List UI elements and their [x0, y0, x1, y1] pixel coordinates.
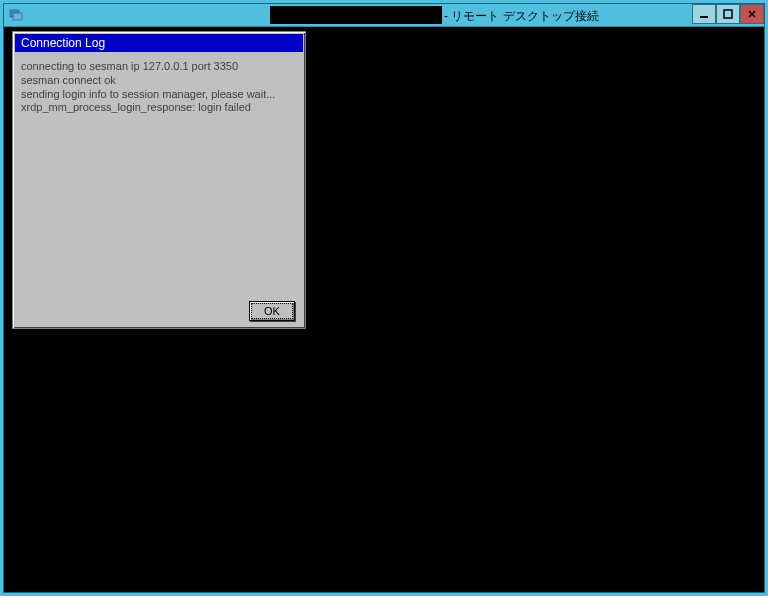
dialog-footer: OK — [13, 294, 305, 328]
titlebar[interactable]: - リモート デスクトップ接続 — [4, 4, 764, 26]
window-title-suffix: - リモート デスクトップ接続 — [444, 8, 599, 25]
title-redacted — [270, 6, 442, 24]
svg-line-5 — [749, 11, 755, 17]
maximize-button[interactable] — [716, 4, 740, 24]
svg-line-4 — [749, 11, 755, 17]
rdp-window: - リモート デスクトップ接続 Connection Log connectin… — [3, 3, 765, 593]
dialog-body: connecting to sesman ip 127.0.0.1 port 3… — [13, 54, 305, 294]
log-line: sending login info to session manager, p… — [21, 88, 297, 102]
ok-button[interactable]: OK — [249, 301, 295, 321]
close-button[interactable] — [740, 4, 764, 24]
window-controls — [692, 4, 764, 24]
log-line: connecting to sesman ip 127.0.0.1 port 3… — [21, 60, 297, 74]
dialog-title[interactable]: Connection Log — [15, 34, 303, 52]
minimize-button[interactable] — [692, 4, 716, 24]
rdp-icon — [8, 7, 24, 23]
remote-desktop-area[interactable]: Connection Log connecting to sesman ip 1… — [4, 26, 764, 592]
svg-rect-1 — [13, 13, 22, 20]
connection-log-dialog: Connection Log connecting to sesman ip 1… — [12, 31, 306, 329]
svg-rect-2 — [700, 16, 708, 18]
log-line: xrdp_mm_process_login_response: login fa… — [21, 101, 297, 115]
log-line: sesman connect ok — [21, 74, 297, 88]
svg-rect-3 — [724, 10, 732, 18]
